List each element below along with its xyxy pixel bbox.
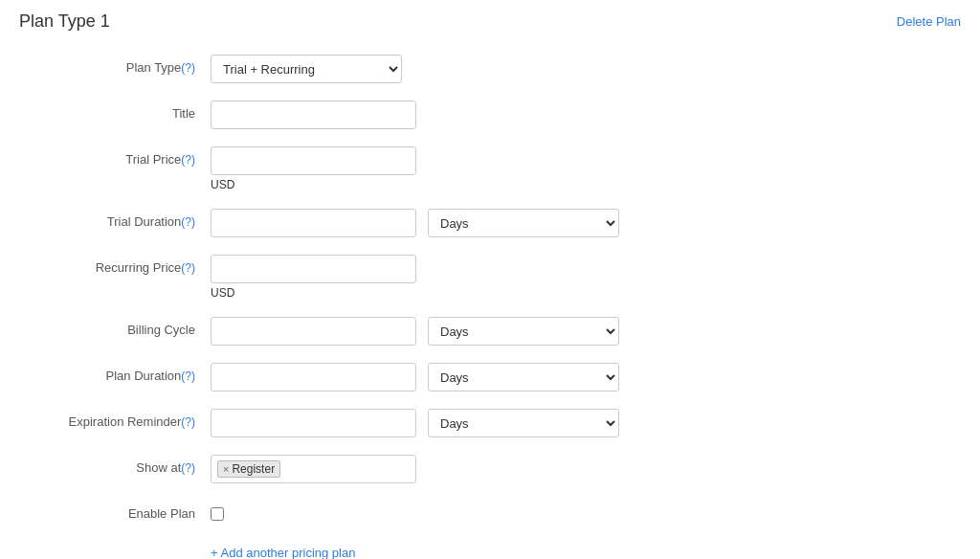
title-row: Title — [19, 101, 804, 129]
billing-cycle-row: Billing Cycle Days Weeks Months Years — [19, 317, 804, 346]
enable-plan-row: Enable Plan — [19, 501, 804, 521]
plan-type-select[interactable]: Trial + Recurring Recurring Only Trial O… — [211, 55, 402, 83]
trial-duration-input[interactable] — [211, 209, 416, 237]
enable-plan-label: Enable Plan — [19, 501, 211, 521]
show-at-row: Show at(?) × Register — [19, 455, 804, 483]
expiration-reminder-help[interactable]: (?) — [181, 415, 195, 429]
plan-type-help[interactable]: (?) — [181, 61, 195, 75]
recurring-price-input[interactable] — [211, 255, 416, 283]
recurring-price-label: Recurring Price(?) — [19, 255, 211, 275]
trial-price-field: USD — [211, 146, 804, 191]
expiration-reminder-input[interactable] — [211, 409, 416, 437]
expiration-reminder-row: Expiration Reminder(?) Days Weeks Months… — [19, 409, 804, 437]
trial-duration-help[interactable]: (?) — [181, 215, 195, 229]
enable-plan-checkbox[interactable] — [211, 507, 224, 521]
show-at-field: × Register — [211, 455, 804, 483]
title-input[interactable] — [211, 101, 416, 129]
plan-duration-unit-select[interactable]: Days Weeks Months Years — [428, 363, 619, 391]
title-label: Title — [19, 101, 211, 121]
trial-price-currency: USD — [211, 178, 804, 191]
expiration-reminder-unit-select[interactable]: Days Weeks Months Years — [428, 409, 619, 437]
recurring-price-currency: USD — [211, 286, 804, 300]
billing-cycle-field: Days Weeks Months Years — [211, 317, 804, 346]
expiration-reminder-inputs: Days Weeks Months Years — [211, 409, 804, 437]
trial-price-input[interactable] — [211, 146, 416, 175]
plan-form: Plan Type(?) Trial + Recurring Recurring… — [19, 55, 804, 521]
expiration-reminder-field: Days Weeks Months Years — [211, 409, 804, 437]
title-field — [211, 101, 804, 129]
show-at-tag-register: × Register — [217, 460, 280, 478]
plan-type-field: Trial + Recurring Recurring Only Trial O… — [211, 55, 804, 83]
plan-duration-label: Plan Duration(?) — [19, 363, 211, 383]
plan-duration-help[interactable]: (?) — [181, 369, 195, 383]
expiration-reminder-label: Expiration Reminder(?) — [19, 409, 211, 429]
trial-duration-row: Trial Duration(?) Days Weeks Months Year… — [19, 209, 804, 237]
plan-type-label: Plan Type(?) — [19, 55, 211, 75]
show-at-help[interactable]: (?) — [181, 461, 195, 475]
page-title: Plan Type 1 — [19, 11, 110, 32]
recurring-price-row: Recurring Price(?) USD — [19, 255, 804, 300]
show-at-tag-container[interactable]: × Register — [211, 455, 416, 483]
tag-label: Register — [232, 462, 275, 476]
tag-close-icon[interactable]: × — [223, 463, 229, 475]
plan-duration-row: Plan Duration(?) Days Weeks Months Years — [19, 363, 804, 391]
add-plan-link[interactable]: + Add another pricing plan — [211, 546, 355, 559]
trial-duration-field: Days Weeks Months Years — [211, 209, 804, 237]
trial-price-label: Trial Price(?) — [19, 146, 211, 167]
recurring-price-field: USD — [211, 255, 804, 300]
page-header: Plan Type 1 Delete Plan — [19, 11, 961, 32]
trial-duration-inputs: Days Weeks Months Years — [211, 209, 804, 237]
plan-type-row: Plan Type(?) Trial + Recurring Recurring… — [19, 55, 804, 83]
enable-plan-field — [211, 501, 804, 521]
trial-price-row: Trial Price(?) USD — [19, 146, 804, 191]
billing-cycle-input[interactable] — [211, 317, 416, 346]
recurring-price-help[interactable]: (?) — [181, 261, 195, 275]
trial-duration-unit-select[interactable]: Days Weeks Months Years — [428, 209, 619, 237]
trial-duration-label: Trial Duration(?) — [19, 209, 211, 229]
plan-duration-field: Days Weeks Months Years — [211, 363, 804, 391]
billing-cycle-unit-select[interactable]: Days Weeks Months Years — [428, 317, 619, 346]
billing-cycle-inputs: Days Weeks Months Years — [211, 317, 804, 346]
plan-duration-inputs: Days Weeks Months Years — [211, 363, 804, 391]
plan-duration-input[interactable] — [211, 363, 416, 391]
trial-price-help[interactable]: (?) — [181, 153, 195, 167]
billing-cycle-label: Billing Cycle — [19, 317, 211, 337]
delete-plan-link[interactable]: Delete Plan — [897, 14, 961, 29]
show-at-label: Show at(?) — [19, 455, 211, 475]
